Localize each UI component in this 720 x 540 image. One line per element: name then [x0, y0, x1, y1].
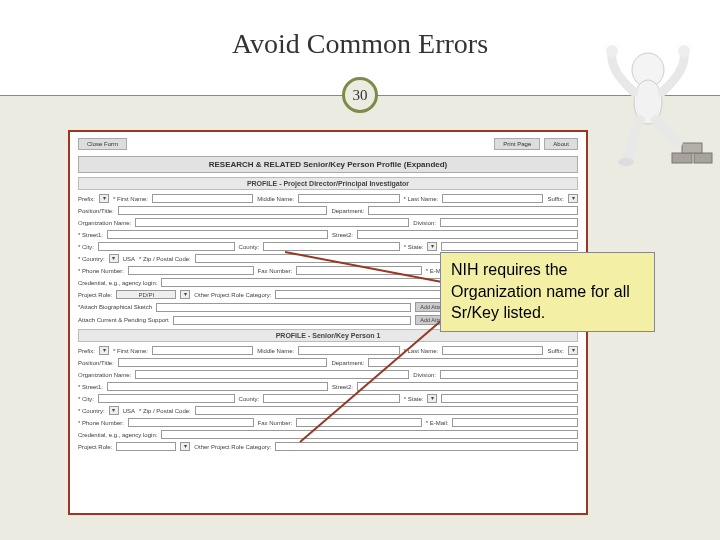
lbl-street2b: Street2: [332, 384, 353, 390]
lbl-fax: Fax Number: [258, 268, 293, 274]
lbl-suffix2: Suffix: [547, 348, 564, 354]
svg-rect-0 [672, 153, 692, 163]
lbl-country: * Country: [78, 256, 105, 262]
lbl-position: Position/Title: [78, 208, 114, 214]
lbl-phone: * Phone Number: [78, 268, 124, 274]
lbl-dept: Department: [331, 208, 364, 214]
lbl-phone2: * Phone Number: [78, 420, 124, 426]
svg-point-6 [678, 45, 690, 57]
lbl-org2: Organization Name: [78, 372, 131, 378]
form-title: RESEARCH & RELATED Senior/Key Person Pro… [78, 156, 578, 173]
lbl-zip2: * Zip / Postal Code: [139, 408, 191, 414]
lbl-lname: * Last Name: [404, 196, 439, 202]
about-button: About [544, 138, 578, 150]
print-page-button: Print Page [494, 138, 540, 150]
lbl-fax2: Fax Number: [258, 420, 293, 426]
lbl-div2: Division: [413, 372, 436, 378]
lbl-mname: Middle Name: [257, 196, 294, 202]
mascot-figure [604, 40, 714, 175]
lbl-other-role: Other Project Role Category: [194, 292, 271, 298]
val-pdpi: PD/PI [116, 290, 176, 299]
callout-box: NIH requires the Organization name for a… [440, 252, 655, 332]
section-pdpi: PROFILE - Project Director/Principal Inv… [78, 177, 578, 190]
svg-rect-2 [682, 143, 702, 153]
lbl-position2: Position/Title: [78, 360, 114, 366]
val-usa2: USA [123, 408, 135, 414]
lbl-bio: *Attach Biographical Sketch [78, 304, 152, 310]
lbl-state2: * State: [404, 396, 424, 402]
lbl-div: Division: [413, 220, 436, 226]
close-form-button: Close Form [78, 138, 127, 150]
lbl-prefix: Prefix: [78, 196, 95, 202]
slide-number-badge: 30 [342, 77, 378, 113]
lbl-city: * City: [78, 244, 94, 250]
lbl-email2: * E-Mail: [426, 420, 449, 426]
lbl-cred2: Credential, e.g., agency login: [78, 432, 157, 438]
svg-rect-1 [694, 153, 712, 163]
lbl-role: Project Role: [78, 292, 112, 298]
lbl-role2: Project Role: [78, 444, 112, 450]
lbl-lname2: * Last Name: [404, 348, 439, 354]
lbl-dept2: Department: [331, 360, 364, 366]
svg-point-7 [618, 158, 634, 166]
lbl-cred: Credential, e.g., agency login: [78, 280, 157, 286]
lbl-org: Organization Name: [78, 220, 131, 226]
lbl-fname2: * First Name: [113, 348, 148, 354]
lbl-street1b: * Street1: [78, 384, 103, 390]
svg-point-5 [606, 45, 618, 57]
lbl-prefix2: Prefix: [78, 348, 95, 354]
lbl-city2: * City: [78, 396, 94, 402]
lbl-zip: * Zip / Postal Code: [139, 256, 191, 262]
lbl-county2: County: [239, 396, 260, 402]
lbl-street2: Street2: [332, 232, 353, 238]
lbl-country2: * Country: [78, 408, 105, 414]
lbl-mname2: Middle Name: [257, 348, 294, 354]
lbl-fname: * First Name: [113, 196, 148, 202]
val-usa: USA [123, 256, 135, 262]
lbl-county: County: [239, 244, 260, 250]
lbl-other-role2: Other Project Role Category: [194, 444, 271, 450]
lbl-pending: Attach Current & Pending Support [78, 317, 169, 323]
lbl-suffix: Suffix: [547, 196, 564, 202]
lbl-state: * State: [404, 244, 424, 250]
lbl-street1: * Street1: [78, 232, 103, 238]
